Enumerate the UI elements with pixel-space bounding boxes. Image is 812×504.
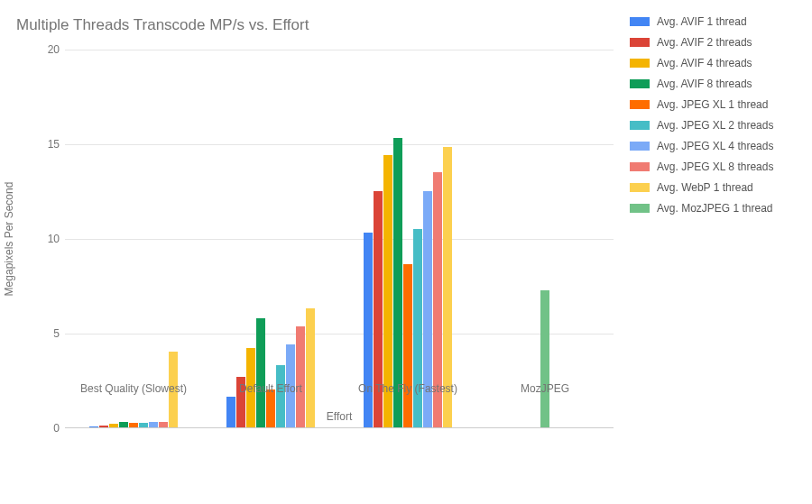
bar (540, 290, 549, 427)
legend-item: Avg. JPEG XL 8 threads (630, 156, 806, 177)
category-group (202, 50, 339, 427)
x-axis-label: Effort (65, 410, 614, 423)
legend-swatch (630, 204, 650, 213)
y-tick: 15 (48, 138, 60, 151)
legend-swatch (630, 38, 650, 47)
legend-item: Avg. AVIF 2 threads (630, 32, 806, 52)
y-tick: 20 (48, 43, 60, 56)
plot-area (65, 50, 614, 428)
bar (99, 426, 108, 427)
legend-item: Avg. AVIF 4 threads (630, 52, 806, 73)
legend-label: Avg. MozJPEG 1 thread (657, 202, 773, 215)
bars-layer (65, 50, 614, 427)
category-group (339, 50, 476, 427)
legend-label: Avg. JPEG XL 2 threads (657, 119, 773, 132)
legend-label: Avg. JPEG XL 1 thread (657, 98, 768, 111)
legend-swatch (630, 142, 650, 151)
legend-swatch (630, 162, 650, 171)
legend-item: Avg. AVIF 1 thread (630, 11, 806, 32)
y-axis: Megapixels Per Second 05101520 (0, 50, 65, 428)
legend-item: Avg. WebP 1 thread (630, 177, 806, 197)
bar (413, 229, 422, 428)
x-tick: Best Quality (Slowest) (65, 382, 202, 395)
bar (109, 424, 118, 427)
legend-item: Avg. AVIF 8 threads (630, 73, 806, 94)
legend-label: Avg. AVIF 8 threads (657, 78, 752, 90)
bar (129, 423, 138, 427)
legend-swatch (630, 17, 650, 26)
x-tick: On The Fly (Fastest) (339, 382, 476, 395)
legend-label: Avg. AVIF 4 threads (657, 57, 752, 69)
x-tick: MozJPEG (476, 382, 614, 395)
bar (89, 426, 98, 427)
bar (364, 233, 373, 427)
legend: Avg. AVIF 1 threadAvg. AVIF 2 threadsAvg… (630, 11, 806, 218)
category-group (476, 50, 614, 427)
legend-item: Avg. JPEG XL 1 thread (630, 94, 806, 115)
legend-label: Avg. JPEG XL 4 threads (657, 140, 773, 152)
x-ticks: Best Quality (Slowest)Default EffortOn T… (65, 382, 614, 395)
category-group (65, 50, 202, 427)
legend-swatch (630, 183, 650, 192)
x-tick: Default Effort (202, 382, 339, 395)
legend-item: Avg. JPEG XL 4 threads (630, 135, 806, 156)
bar (403, 264, 412, 427)
legend-swatch (630, 121, 650, 130)
y-ticks: 05101520 (32, 50, 60, 428)
legend-swatch (630, 100, 650, 109)
y-tick: 0 (53, 422, 60, 435)
legend-label: Avg. JPEG XL 8 threads (657, 160, 773, 173)
legend-swatch (630, 79, 650, 88)
y-tick: 5 (53, 327, 60, 340)
y-axis-label: Megapixels Per Second (3, 182, 15, 297)
legend-label: Avg. AVIF 2 threads (657, 36, 752, 49)
y-tick: 10 (48, 233, 60, 245)
legend-label: Avg. AVIF 1 thread (657, 15, 747, 28)
legend-label: Avg. WebP 1 thread (657, 181, 753, 194)
legend-item: Avg. MozJPEG 1 thread (630, 197, 806, 218)
legend-item: Avg. JPEG XL 2 threads (630, 115, 806, 135)
bar (139, 423, 148, 427)
legend-swatch (630, 59, 650, 68)
